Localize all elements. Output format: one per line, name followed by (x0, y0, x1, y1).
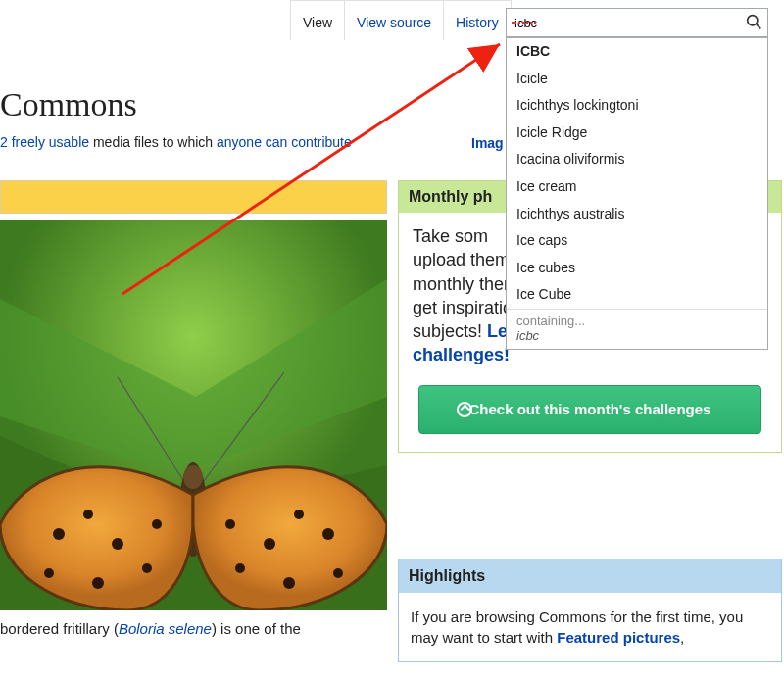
cta-label: Check out this month's challenges (469, 401, 711, 417)
species-link[interactable]: Boloria selene (119, 620, 212, 637)
spellcheck-underline (512, 22, 536, 24)
featured-image[interactable] (0, 220, 387, 610)
svg-point-0 (748, 16, 758, 25)
monthly-cta-button[interactable]: Check out this month's challenges (418, 385, 761, 434)
highlights-header: Highlights (399, 559, 781, 593)
suggestion-containing[interactable]: containing... icbc (507, 309, 767, 349)
suggestion-item[interactable]: Icicle Ridge (507, 120, 767, 147)
suggestion-item[interactable]: Ice caps (507, 227, 767, 255)
page-title: Commons (0, 86, 137, 123)
arrow-circle-icon (457, 402, 472, 417)
svg-point-14 (322, 528, 334, 540)
page-tabs: View View source History (290, 0, 512, 40)
svg-point-20 (225, 519, 235, 529)
tab-view-source[interactable]: View source (345, 0, 444, 40)
suggestion-item[interactable]: Ice cubes (507, 255, 767, 282)
svg-point-8 (83, 510, 93, 519)
svg-point-17 (333, 568, 343, 578)
suggestion-item[interactable]: Ice Cube (507, 281, 767, 309)
highlights-body: If you are browsing Commons for the firs… (399, 593, 781, 661)
svg-point-15 (294, 510, 304, 519)
search-icon[interactable] (746, 14, 762, 30)
svg-point-18 (283, 577, 295, 589)
file-count-link[interactable]: 2 freely usable (0, 134, 89, 150)
svg-point-16 (264, 538, 275, 550)
containing-term: icbc (516, 328, 758, 343)
suggestion-item[interactable]: Icacina oliviformis (507, 146, 767, 173)
highlights-comma: , (680, 629, 684, 646)
tab-view[interactable]: View (290, 0, 345, 40)
suggestion-item[interactable]: Icichthys lockingtoni (507, 92, 767, 120)
suggestion-item[interactable]: Icicle (507, 66, 767, 93)
svg-point-11 (92, 577, 104, 589)
tab-history[interactable]: History (444, 0, 512, 40)
search-container (506, 8, 768, 37)
contribute-link[interactable]: anyone can contribute (217, 134, 352, 150)
containing-label: containing... (516, 314, 585, 328)
suggestion-item[interactable]: Icichthys australis (507, 201, 767, 228)
suggestion-item[interactable]: Ice cream (507, 173, 767, 201)
search-input[interactable] (506, 8, 768, 37)
svg-point-12 (142, 563, 152, 573)
svg-point-13 (152, 519, 162, 529)
svg-point-10 (44, 568, 54, 578)
svg-point-6 (183, 465, 203, 489)
tagline: 2 freely usable media files to which any… (0, 134, 352, 150)
monthly-text-1: Take som (413, 226, 488, 246)
svg-point-7 (53, 528, 65, 540)
yellow-header-bar (0, 180, 387, 214)
highlights-box: Highlights If you are browsing Commons f… (398, 559, 782, 662)
image-caption: bordered fritillary (Boloria selene) is … (0, 620, 301, 637)
search-suggestions: ICBC Icicle Icichthys lockingtoni Icicle… (506, 37, 768, 350)
suggestion-item[interactable]: ICBC (507, 38, 767, 66)
featured-pictures-link[interactable]: Featured pictures (557, 629, 680, 646)
tagline-mid: media files to which (89, 134, 217, 150)
svg-line-1 (757, 24, 760, 28)
caption-pre: bordered fritillary ( (0, 620, 119, 637)
caption-post: ) is one of the (212, 620, 301, 637)
svg-point-19 (235, 563, 245, 573)
cutoff-link[interactable]: Imag (471, 135, 504, 151)
svg-point-9 (112, 538, 123, 550)
